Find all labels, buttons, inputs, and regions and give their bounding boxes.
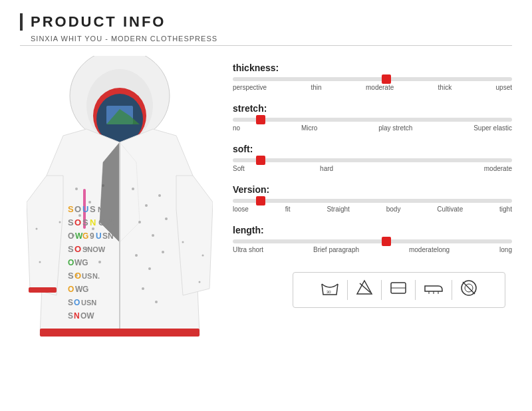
svg-text:O: O: [74, 298, 80, 307]
svg-text:US: US: [82, 272, 92, 280]
svg-text:S: S: [68, 311, 73, 321]
thickness-marker: [382, 74, 391, 84]
svg-point-22: [165, 217, 168, 220]
svg-text:S: S: [68, 271, 74, 281]
svg-point-21: [152, 234, 154, 237]
svg-point-25: [162, 251, 164, 253]
thickness-label: thickness:: [233, 63, 512, 73]
specs-panel: thickness: perspective thin moderate thi…: [233, 56, 512, 342]
svg-text:O: O: [74, 271, 81, 281]
dry-icon: [382, 279, 415, 301]
length-marker: [382, 237, 391, 246]
subtitle: SINXIA WHIT YOU - MODERN CLOTHESPRESS: [20, 35, 512, 43]
svg-point-11: [78, 214, 81, 217]
soft-marker: [256, 156, 265, 165]
header-divider: [20, 45, 512, 46]
thickness-track: [233, 77, 512, 81]
iron-icon: [416, 281, 452, 299]
svg-point-12: [92, 227, 94, 230]
svg-point-8: [75, 188, 78, 190]
svg-text:G: G: [82, 231, 88, 241]
jacket-svg: S O U S N S O S N O W O W G 9 U SN S O S…: [27, 56, 213, 342]
svg-point-19: [158, 194, 161, 197]
svg-text:WG: WG: [74, 258, 88, 267]
svg-text:9: 9: [90, 231, 94, 241]
svg-text:S: S: [68, 298, 73, 307]
svg-point-23: [135, 254, 138, 257]
content-area: S O U S N S O S N O W O W G 9 U SN S O S…: [20, 56, 512, 342]
svg-point-17: [132, 188, 134, 190]
spec-thickness: thickness: perspective thin moderate thi…: [233, 63, 512, 91]
spec-version: Version: loose fit Straight body Cultiva…: [233, 184, 512, 213]
length-label: length:: [233, 225, 512, 235]
svg-text:O: O: [74, 244, 81, 254]
stretch-label: stretch:: [233, 103, 512, 114]
svg-text:S: S: [90, 204, 96, 214]
svg-point-26: [142, 287, 144, 290]
stretch-track: [233, 118, 512, 122]
svg-rect-69: [40, 329, 200, 337]
svg-text:O: O: [74, 204, 81, 214]
svg-text:O: O: [68, 258, 74, 267]
svg-rect-70: [29, 287, 57, 293]
svg-point-33: [199, 281, 201, 283]
version-track: [233, 199, 512, 203]
svg-text:S: S: [82, 217, 88, 227]
svg-point-24: [148, 267, 151, 270]
svg-point-31: [202, 255, 204, 257]
svg-text:SNOW: SNOW: [82, 245, 106, 253]
svg-text:N: N: [98, 206, 103, 213]
svg-text:30: 30: [327, 290, 331, 294]
svg-point-32: [39, 261, 41, 263]
svg-text:SN: SN: [102, 231, 114, 241]
soft-track: [233, 158, 512, 162]
spec-soft: soft: Soft hard moderate: [233, 144, 512, 172]
svg-text:S: S: [68, 204, 74, 214]
svg-text:S: S: [68, 217, 74, 227]
length-labels: Ultra short Brief paragraph moderatelong…: [233, 246, 512, 253]
version-labels: loose fit Straight body Cultivate tight: [233, 206, 512, 213]
svg-text:O: O: [74, 217, 81, 227]
svg-text:O: O: [68, 285, 74, 294]
svg-text:S: S: [68, 244, 74, 254]
svg-point-20: [138, 221, 141, 223]
svg-text:O: O: [98, 217, 105, 227]
stretch-marker: [256, 115, 265, 124]
svg-point-28: [59, 221, 61, 223]
product-image: S O U S N S O S N O W O W G 9 U SN S O S…: [20, 56, 219, 342]
soft-labels: Soft hard moderate: [233, 165, 512, 172]
svg-point-27: [155, 301, 158, 303]
page: PRODUCT INFO SINXIA WHIT YOU - MODERN CL…: [0, 0, 532, 411]
svg-text:W: W: [106, 217, 115, 227]
care-icons-row: 30: [293, 272, 505, 308]
spec-length: length: Ultra short Brief paragraph mode…: [233, 225, 512, 253]
version-label: Version:: [233, 184, 512, 195]
length-track: [233, 239, 512, 243]
svg-text:U: U: [82, 204, 88, 214]
svg-text:G: G: [82, 285, 88, 294]
svg-point-30: [36, 228, 38, 230]
no-tumble-icon: [452, 279, 485, 301]
wash-icon: 30: [313, 281, 347, 299]
svg-text:O: O: [68, 231, 74, 241]
svg-text:N.: N.: [92, 272, 100, 280]
header-block: PRODUCT INFO: [20, 13, 512, 31]
svg-point-29: [182, 241, 184, 243]
no-bleach-icon: [348, 279, 381, 301]
svg-text:N: N: [90, 217, 96, 227]
svg-text:N: N: [74, 311, 80, 321]
svg-text:USN: USN: [81, 299, 96, 307]
svg-point-9: [88, 201, 91, 204]
svg-point-18: [145, 204, 148, 207]
soft-label: soft:: [233, 144, 512, 154]
svg-text:OW: OW: [80, 311, 94, 321]
thickness-labels: perspective thin moderate thick upset: [233, 84, 512, 91]
page-title: PRODUCT INFO: [31, 13, 512, 31]
version-marker: [256, 196, 265, 206]
stretch-labels: no Micro play stretch Super elastic: [233, 124, 512, 132]
svg-point-10: [102, 184, 104, 187]
svg-point-15: [98, 261, 101, 263]
spec-stretch: stretch: no Micro play stretch Super ela…: [233, 103, 512, 132]
svg-text:U: U: [96, 231, 102, 241]
